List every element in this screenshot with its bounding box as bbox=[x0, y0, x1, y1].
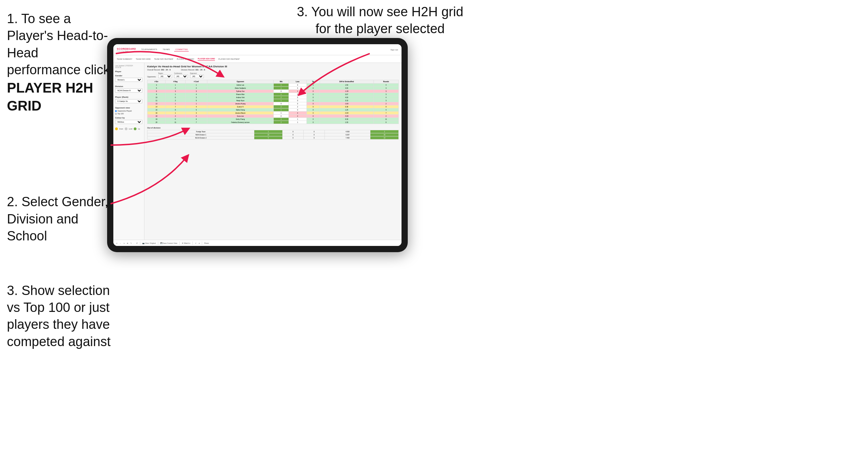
col-reg: # Reg bbox=[166, 80, 185, 84]
sub-nav-player-h2h-grid[interactable]: PLAYER H2H GRID bbox=[198, 57, 215, 61]
region-select[interactable]: (All) bbox=[158, 75, 172, 78]
nav-teams[interactable]: TEAMS bbox=[162, 48, 171, 51]
conference-select[interactable]: (All) bbox=[174, 75, 188, 78]
toolbar-tab[interactable]: ⇥ bbox=[198, 242, 200, 244]
cell-opponent: Alexis Sudjianto bbox=[207, 87, 274, 90]
cell-conf: 4 bbox=[185, 93, 207, 96]
toolbar-export[interactable]: ↗ bbox=[195, 242, 196, 244]
gender-select[interactable]: Women's bbox=[115, 78, 142, 82]
cell-rounds: 2 bbox=[374, 102, 398, 105]
cell-rounds: 3 bbox=[374, 90, 398, 93]
cell-opponent: Stella Cheng bbox=[207, 108, 274, 112]
cell-win: 1 bbox=[274, 112, 289, 115]
instructions-left: 1. To see a Player's Head-to-Head perfor… bbox=[0, 0, 117, 370]
cell-diff: -5.00 bbox=[320, 115, 374, 118]
cell-reg: 1 bbox=[166, 102, 185, 105]
cell-conf: 3 bbox=[185, 96, 207, 99]
toolbar-save-custom[interactable]: 💾 Save Custom View bbox=[160, 242, 178, 244]
cell-reg: 1 bbox=[166, 112, 185, 115]
cell-win: 0 bbox=[274, 115, 289, 118]
legend-level-dot bbox=[125, 127, 128, 130]
sub-nav-player-summary[interactable]: PLAYER SUMMARY bbox=[177, 57, 194, 61]
cell-opponent: Esther Lee bbox=[207, 84, 274, 87]
opponents-label: Opponents: bbox=[147, 76, 156, 78]
sub-nav-team-h2h-grid[interactable]: TEAM H2H GRID bbox=[136, 57, 151, 61]
cell-reg: 8 bbox=[166, 108, 185, 112]
gender-label: Gender bbox=[115, 75, 142, 77]
toolbar-watch[interactable]: 👁 Watch ▾ bbox=[182, 242, 190, 244]
out-of-division-title: Out of division bbox=[147, 127, 399, 129]
nav-sign-out[interactable]: Sign out bbox=[390, 49, 398, 51]
cell-rounds: 7 bbox=[374, 112, 398, 115]
toolbar-undo[interactable]: ↩ bbox=[116, 242, 117, 244]
colour-by-label: Colour by bbox=[115, 117, 142, 119]
cell-win: 1 bbox=[274, 99, 289, 102]
cell-div: 18 bbox=[148, 115, 166, 118]
cell-reg: 1 bbox=[166, 84, 185, 87]
main-content: Last Updated: 27/03/2024 16:55:38 Player… bbox=[113, 63, 402, 240]
cell-opponent: Euna Lee bbox=[207, 115, 274, 118]
opponent-radio-top100[interactable]: Top 100 bbox=[115, 113, 142, 115]
ood-cell-diff: 4.500 bbox=[325, 130, 370, 133]
cell-diff: 4.00 bbox=[320, 96, 374, 99]
cell-conf: 2 bbox=[185, 115, 207, 118]
cell-win: 1 bbox=[274, 93, 289, 96]
cell-win: 2 bbox=[274, 121, 289, 124]
ood-cell-win: 1 bbox=[254, 130, 282, 133]
instruction-2-text: 2. Select Gender, Division and School bbox=[7, 193, 111, 245]
ood-cell-loss: 0 bbox=[282, 136, 303, 140]
out-of-division-table: Foreign Team 1 0 0 4.500 2 NAIA Division… bbox=[147, 130, 399, 140]
col-rounds: Rounds bbox=[374, 80, 398, 84]
nav-committee[interactable]: COMMITTEE bbox=[174, 48, 189, 51]
toolbar-back[interactable]: ← bbox=[120, 242, 121, 244]
instruction-3-right: 3. You will now see H2H grid for the pla… bbox=[294, 3, 466, 38]
cell-rounds: 11 bbox=[374, 118, 398, 121]
toolbar-redo[interactable]: ↪ bbox=[123, 242, 125, 244]
cell-div: 15 bbox=[148, 108, 166, 112]
opponent-select[interactable]: (All) bbox=[190, 75, 204, 78]
col-win: Win bbox=[274, 80, 289, 84]
sub-nav-player-h2h-heatmap[interactable]: PLAYER H2H HEATMAP bbox=[218, 57, 240, 61]
cell-reg: 2 bbox=[166, 115, 185, 118]
nav-tournaments[interactable]: TOURNAMENTS bbox=[140, 48, 158, 51]
legend-level-label: Level bbox=[129, 128, 133, 130]
ood-cell-loss: 0 bbox=[282, 130, 303, 133]
ood-cell-win: 5 bbox=[254, 136, 282, 140]
nav-bar: SCOREBOARD Powered by clippd TOURNAMENTS… bbox=[113, 44, 402, 55]
sub-nav-team-summary[interactable]: TEAM SUMMARY bbox=[117, 57, 132, 61]
cell-win: 0 bbox=[274, 102, 289, 105]
cell-win: 0 bbox=[274, 90, 289, 93]
opponent-view-label: Opponent view bbox=[115, 107, 142, 109]
colour-by-select[interactable]: Win/loss bbox=[115, 120, 142, 124]
cell-win: 2 bbox=[274, 105, 289, 108]
cell-reg: 2 bbox=[166, 87, 185, 90]
nav-items: TOURNAMENTS TEAMS COMMITTEE bbox=[140, 48, 189, 51]
cell-loss: 1 bbox=[289, 118, 307, 121]
sub-nav-team-h2h-heatmap[interactable]: TEAM H2H HEATMAP bbox=[154, 57, 173, 61]
cell-conf: 7 bbox=[185, 121, 207, 124]
conference-filter-label: Conference bbox=[174, 73, 188, 74]
cell-tie: 0 bbox=[306, 105, 320, 108]
cell-div: 14 bbox=[148, 105, 166, 108]
division-select[interactable]: NCAA Division III bbox=[115, 88, 142, 93]
toolbar-timer[interactable]: ⏱ bbox=[136, 242, 138, 244]
opponent-radio-played[interactable]: Opponents Played bbox=[115, 110, 142, 112]
toolbar-add[interactable]: ⊕ bbox=[127, 242, 128, 244]
toolbar-view-original[interactable]: 📷 View: Original bbox=[142, 242, 155, 244]
cell-diff: -1.00 bbox=[320, 90, 374, 93]
toolbar-dot[interactable]: · bbox=[134, 242, 134, 244]
ood-cell-rounds: 2 bbox=[370, 130, 399, 133]
cell-loss: 0 bbox=[289, 108, 307, 112]
toolbar-share[interactable]: Share bbox=[204, 242, 209, 244]
region-filter: Region (All) bbox=[158, 73, 172, 78]
h2h-table: # Div # Reg # Conf Opponent Win Loss Tie… bbox=[147, 80, 399, 124]
instruction-2: 2. Select Gender, Division and School bbox=[7, 193, 111, 245]
toolbar-refresh[interactable]: ↷ bbox=[130, 242, 132, 244]
ood-row: NAIA Division 1 15 0 0 9.267 30 bbox=[148, 133, 399, 136]
cell-conf: 3 bbox=[185, 112, 207, 115]
table-row: 14 7 4 Eunice Yi 2 2 0 0.38 9 bbox=[148, 105, 399, 108]
ood-cell-label: NAIA Division 1 bbox=[148, 133, 254, 136]
cell-rounds: 4 bbox=[374, 84, 398, 87]
cell-rounds: 3 bbox=[374, 87, 398, 90]
player-rank-select[interactable]: 8. Katelyn Vo bbox=[115, 99, 142, 103]
